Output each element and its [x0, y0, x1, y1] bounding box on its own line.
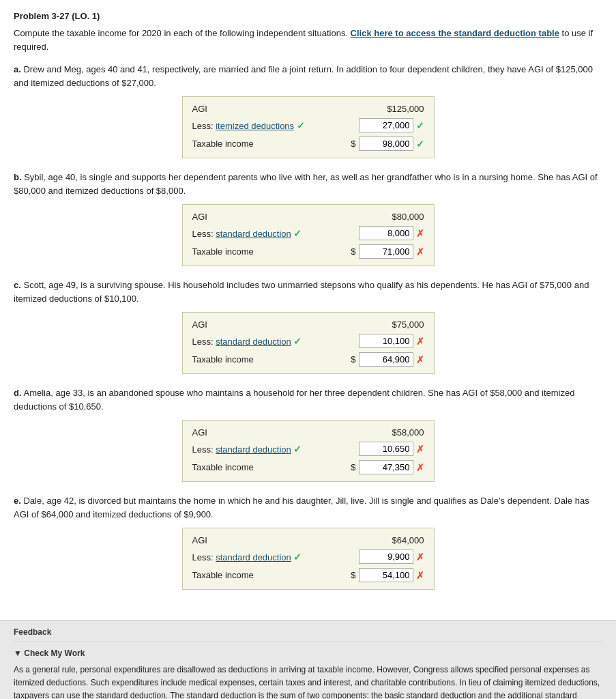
part-d-taxable-input-group: $ ✗ [351, 460, 424, 474]
part-b-taxable-label: Taxable income [192, 246, 302, 257]
part-e-label: e. [14, 496, 21, 506]
part-a-taxable-input[interactable] [359, 137, 413, 151]
part-a-table: AGI $125,000 Less: itemized deductions ✓… [182, 96, 435, 158]
part-a-less-link[interactable]: itemized deductions [216, 121, 294, 131]
part-e-taxable-label: Taxable income [192, 570, 302, 580]
part-a-less-row: Less: itemized deductions ✓ ✓ [192, 118, 424, 132]
part-e-less-link[interactable]: standard deduction [216, 552, 291, 562]
part-d-less-link[interactable]: standard deduction [216, 444, 291, 455]
part-c-dollar-sign: $ [351, 354, 355, 365]
part-a-taxable-label: Taxable income [192, 139, 302, 149]
part-e-less-input[interactable] [359, 550, 413, 564]
part-e-dollar-sign: $ [351, 570, 355, 580]
part-b-text: Sybil, age 40, is single and supports he… [14, 172, 598, 196]
part-e-section: e. Dale, age 42, is divorced but maintai… [14, 494, 602, 590]
part-b-taxable-row: Taxable income $ ✗ [192, 244, 424, 259]
part-c-less-input-group: ✗ [359, 334, 424, 348]
part-e-taxable-input[interactable] [359, 568, 413, 582]
part-e-desc: e. Dale, age 42, is divorced but maintai… [14, 494, 602, 521]
part-c-taxable-row: Taxable income $ ✗ [192, 352, 424, 367]
part-a-less-label: Less: itemized deductions ✓ [192, 120, 305, 131]
part-e-less-input-group: ✗ [359, 550, 424, 564]
part-e-agi-row: AGI $64,000 [192, 535, 424, 545]
part-c-text: Scott, age 49, is a surviving spouse. Hi… [14, 280, 589, 304]
std-deduction-link[interactable]: Click here to access the standard deduct… [351, 28, 559, 38]
part-a-taxable-correct-icon: ✓ [416, 139, 424, 149]
part-b-taxable-input-group: $ ✗ [351, 244, 424, 259]
part-b-taxable-wrong-icon: ✗ [416, 246, 424, 257]
part-b-taxable-input[interactable] [359, 244, 413, 259]
part-b-section: b. Sybil, age 40, is single and supports… [14, 171, 602, 266]
part-d-less-input[interactable] [359, 442, 413, 456]
part-a-label: a. [14, 64, 21, 74]
part-a-table-wrapper: AGI $125,000 Less: itemized deductions ✓… [14, 96, 602, 158]
part-d-taxable-row: Taxable income $ ✗ [192, 460, 424, 474]
part-d-taxable-label: Taxable income [192, 462, 302, 472]
part-b-agi-row: AGI $80,000 [192, 212, 424, 222]
problem-intro: Compute the taxable income for 2020 in e… [14, 27, 602, 53]
part-c-less-wrong-icon: ✗ [416, 336, 424, 347]
part-a-agi-value: $125,000 [370, 104, 424, 114]
part-e-less-label: Less: standard deduction ✓ [192, 552, 302, 562]
part-d-section: d. Amelia, age 33, is an abandoned spous… [14, 386, 602, 482]
part-d-taxable-input[interactable] [359, 460, 413, 474]
part-e-agi-value: $64,000 [370, 535, 424, 545]
part-b-agi-value: $80,000 [370, 212, 424, 222]
part-c-taxable-input[interactable] [359, 352, 413, 367]
part-c-table: AGI $75,000 Less: standard deduction ✓ ✗… [182, 312, 435, 374]
part-a-agi-row: AGI $125,000 [192, 104, 424, 114]
part-b-less-label: Less: standard deduction ✓ [192, 228, 302, 239]
part-b-agi-label: AGI [192, 212, 302, 222]
part-b-less-input[interactable] [359, 226, 413, 240]
part-a-taxable-input-group: $ ✓ [351, 137, 424, 151]
part-e-table: AGI $64,000 Less: standard deduction ✓ ✗… [182, 528, 435, 590]
part-b-less-input-group: ✗ [359, 226, 424, 240]
part-c-less-label: Less: standard deduction ✓ [192, 336, 302, 347]
part-e-taxable-input-group: $ ✗ [351, 568, 424, 582]
part-c-taxable-input-group: $ ✗ [351, 352, 424, 367]
part-c-less-row: Less: standard deduction ✓ ✗ [192, 334, 424, 348]
part-e-less-row: Less: standard deduction ✓ ✗ [192, 550, 424, 564]
part-c-less-input[interactable] [359, 334, 413, 348]
check-my-work-toggle[interactable]: Check My Work [14, 648, 602, 658]
part-d-agi-value: $58,000 [370, 427, 424, 438]
feedback-title: Feedback [14, 627, 602, 637]
part-b-less-link[interactable]: standard deduction [216, 229, 291, 239]
part-b-table-wrapper: AGI $80,000 Less: standard deduction ✓ ✗… [14, 204, 602, 266]
part-a-section: a. Drew and Meg, ages 40 and 41, respect… [14, 63, 602, 158]
part-c-label: c. [14, 280, 21, 290]
part-a-desc: a. Drew and Meg, ages 40 and 41, respect… [14, 63, 602, 89]
part-c-agi-label: AGI [192, 319, 302, 330]
part-c-less-link[interactable]: standard deduction [216, 337, 291, 347]
feedback-divider [14, 641, 602, 642]
part-d-agi-label: AGI [192, 427, 302, 438]
part-e-less-wrong-icon: ✗ [416, 552, 424, 562]
part-c-agi-value: $75,000 [370, 319, 424, 330]
part-d-table-wrapper: AGI $58,000 Less: standard deduction ✓ ✗… [14, 420, 602, 482]
part-c-table-wrapper: AGI $75,000 Less: standard deduction ✓ ✗… [14, 312, 602, 374]
part-a-less-input-group: ✓ [359, 118, 424, 132]
part-d-less-label: Less: standard deduction ✓ [192, 444, 302, 455]
part-b-less-wrong-icon: ✗ [416, 228, 424, 239]
part-d-desc: d. Amelia, age 33, is an abandoned spous… [14, 386, 602, 413]
part-c-less-check-icon: ✓ [293, 336, 302, 347]
part-d-less-wrong-icon: ✗ [416, 444, 424, 455]
part-a-less-check-icon: ✓ [297, 120, 305, 131]
feedback-body: As a general rule, personal expenditures… [14, 664, 602, 699]
part-e-less-check-icon: ✓ [293, 552, 302, 562]
intro-text-1: Compute the taxable income for 2020 in e… [14, 28, 351, 38]
part-b-dollar-sign: $ [351, 246, 355, 257]
part-b-desc: b. Sybil, age 40, is single and supports… [14, 171, 602, 197]
part-d-dollar-sign: $ [351, 462, 355, 472]
feedback-section: Feedback Check My Work As a general rule… [0, 620, 616, 699]
part-d-label: d. [14, 388, 22, 398]
part-c-taxable-label: Taxable income [192, 354, 302, 365]
part-e-table-wrapper: AGI $64,000 Less: standard deduction ✓ ✗… [14, 528, 602, 590]
part-b-table: AGI $80,000 Less: standard deduction ✓ ✗… [182, 204, 435, 266]
part-a-less-input[interactable] [359, 118, 413, 132]
part-c-taxable-wrong-icon: ✗ [416, 354, 424, 365]
part-c-desc: c. Scott, age 49, is a surviving spouse.… [14, 279, 602, 305]
part-a-taxable-row: Taxable income $ ✓ [192, 137, 424, 151]
part-a-dollar-sign: $ [351, 139, 355, 149]
part-d-agi-row: AGI $58,000 [192, 427, 424, 438]
